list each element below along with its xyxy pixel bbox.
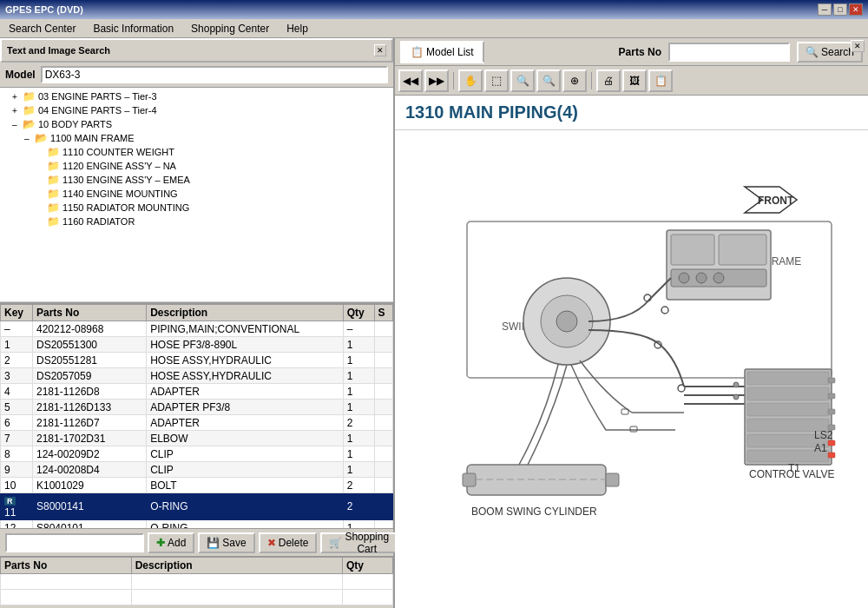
close-button[interactable]: ✕: [849, 3, 863, 16]
bolt-1: [733, 382, 739, 387]
tree-toggle-1100[interactable]: –: [24, 134, 35, 143]
cell-qty-5: 1: [343, 400, 374, 415]
cell-s-4: [374, 384, 393, 400]
cell-description-6: ADAPTER: [147, 415, 344, 431]
nav-copy-btn[interactable]: 📋: [648, 69, 673, 92]
parts-row-11[interactable]: R 11S8000141O-RING2: [1, 493, 393, 520]
cell-parts-no-11: S8000141: [32, 493, 146, 520]
nav-image-btn[interactable]: 🖼: [622, 69, 647, 92]
tree-label-10: 10 BODY PARTS: [38, 119, 112, 129]
tree-label-1160: 1160 RADIATOR: [62, 216, 135, 227]
minimize-button[interactable]: ─: [818, 3, 832, 16]
fitting-3: [713, 273, 724, 283]
cell-description-7: ELBOW: [147, 431, 344, 446]
model-input[interactable]: [41, 66, 388, 83]
menu-basic-information[interactable]: Basic Information: [88, 21, 179, 36]
tree-item-1140[interactable]: 📁 1140 ENGINE MOUNTING: [0, 187, 393, 201]
tree-toggle-03[interactable]: +: [12, 92, 23, 102]
tree-label-03: 03 ENGINE PARTS – Tier-3: [38, 91, 157, 102]
nav-zoom-rect-btn[interactable]: ⬚: [484, 69, 509, 92]
parts-table-scroll[interactable]: Key Parts No Description Qty S –420212-0…: [0, 304, 393, 528]
cell-key-10: 10: [1, 478, 33, 493]
nav-prev-btn[interactable]: ◀◀: [398, 69, 423, 92]
tree-label-1150: 1150 RADIATOR MOUNTING: [62, 202, 189, 213]
menu-shopping-center[interactable]: Shopping Center: [186, 21, 274, 36]
diagram-svg: FRONT MAIN FRAME SWING DEVICE: [415, 169, 849, 578]
right-top-bar: 📋 Model List Parts No 🔍 Search ✕: [395, 38, 868, 66]
nav-zoom-in-btn[interactable]: 🔍: [510, 69, 535, 92]
action-bar: ✚ Add 💾 Save ✖ Delete 🛒 Shopping Cart: [0, 528, 393, 556]
right-panel-close[interactable]: ✕: [851, 40, 865, 52]
tree-item-04[interactable]: + 📁 04 ENGINE PARTS – Tier-4: [0, 103, 393, 117]
boom-swing-cap-right: [606, 473, 619, 486]
parts-no-input[interactable]: [668, 43, 790, 62]
action-input[interactable]: [5, 533, 144, 552]
parts-row-1[interactable]: 1DS20551300HOSE PF3/8-890L1: [1, 337, 393, 353]
cell-s-1: [374, 337, 393, 353]
cell-key-7: 7: [1, 431, 33, 446]
parts-row-7[interactable]: 72181-1702D31ELBOW1: [1, 431, 393, 446]
delete-button[interactable]: ✖ Delete: [259, 532, 318, 553]
parts-table: Key Parts No Description Qty S –420212-0…: [0, 304, 393, 528]
parts-row-10[interactable]: 10K1001029BOLT2: [1, 478, 393, 493]
model-list-button[interactable]: 📋 Model List: [400, 41, 484, 63]
add-icon: ✚: [156, 537, 165, 549]
menu-search-center[interactable]: Search Center: [3, 21, 81, 36]
tree-area[interactable]: + 📁 03 ENGINE PARTS – Tier-3 + 📁 04 ENGI…: [0, 88, 393, 302]
port-3: [828, 409, 835, 414]
tree-item-03[interactable]: + 📁 03 ENGINE PARTS – Tier-3: [0, 89, 393, 103]
cart-label: Shopping Cart: [345, 531, 389, 555]
cell-parts-no-2: DS20551281: [32, 353, 146, 368]
tree-item-10[interactable]: – 📂 10 BODY PARTS: [0, 117, 393, 131]
model-list-label: Model List: [426, 46, 474, 58]
parts-row-12[interactable]: 12S8040101O-RING1: [1, 520, 393, 529]
parts-row-9[interactable]: 9124-00208D4CLIP1: [1, 462, 393, 478]
nav-zoom-out-btn[interactable]: 🔍: [536, 69, 561, 92]
diagram-title: 1310 MAIN PIPING(4): [395, 96, 868, 130]
parts-row-3[interactable]: 3DS2057059HOSE ASSY,HYDRAULIC1: [1, 368, 393, 384]
parts-row-5[interactable]: 52181-1126D133ADAPTER PF3/81: [1, 400, 393, 415]
folder-open-icon-10: 📂: [23, 118, 36, 130]
hose-3: [580, 360, 684, 413]
tree-item-1160[interactable]: 📁 1160 RADIATOR: [0, 215, 393, 228]
maximize-button[interactable]: □: [833, 3, 847, 16]
valve-section-3: [747, 403, 829, 416]
model-list-icon: 📋: [411, 46, 424, 58]
parts-row-4[interactable]: 42181-1126D8ADAPTER1: [1, 384, 393, 400]
cell-description-8: CLIP: [147, 446, 344, 462]
menu-help[interactable]: Help: [281, 21, 313, 36]
save-button[interactable]: 💾 Save: [198, 532, 254, 553]
parts-no-label: Parts No: [619, 46, 661, 58]
title-bar: GPES EPC (DVD) ─ □ ✕: [0, 0, 868, 19]
delete-icon: ✖: [267, 537, 276, 549]
valve-section-2: [747, 387, 829, 400]
folder-icon-1150: 📁: [47, 202, 60, 214]
add-button[interactable]: ✚ Add: [148, 532, 194, 553]
parts-row-8[interactable]: 8124-00209D2CLIP1: [1, 446, 393, 462]
shopping-cart-button[interactable]: 🛒 Shopping Cart: [320, 532, 398, 553]
nav-hand-btn[interactable]: ✋: [458, 69, 483, 92]
nav-next-btn[interactable]: ▶▶: [424, 69, 449, 92]
search-panel-close[interactable]: ✕: [374, 44, 386, 56]
parts-row-0[interactable]: –420212-08968PIPING,MAIN;CONVENTIONAL–: [1, 321, 393, 337]
cart-table: Parts No Description Qty: [0, 557, 393, 605]
folder-icon-03: 📁: [23, 90, 36, 102]
nav-print-btn[interactable]: 🖨: [596, 69, 621, 92]
cell-qty-2: 1: [343, 353, 374, 368]
cell-parts-no-10: K1001029: [32, 478, 146, 493]
valve-section-1: [747, 372, 829, 385]
fitting-2: [696, 273, 707, 283]
cell-description-2: HOSE ASSY,HYDRAULIC: [147, 353, 344, 368]
tree-item-1100[interactable]: – 📂 1100 MAIN FRAME: [0, 131, 393, 145]
tree-item-1120[interactable]: 📁 1120 ENGINE ASS'Y – NA: [0, 159, 393, 173]
nav-fit-btn[interactable]: ⊕: [562, 69, 587, 92]
parts-row-6[interactable]: 62181-1126D7ADAPTER2: [1, 415, 393, 431]
app-title: GPES EPC (DVD): [5, 4, 83, 15]
parts-row-2[interactable]: 2DS20551281HOSE ASSY,HYDRAULIC1: [1, 353, 393, 368]
tree-item-1150[interactable]: 📁 1150 RADIATOR MOUNTING: [0, 201, 393, 215]
tree-toggle-04[interactable]: +: [12, 106, 23, 116]
tree-item-1130[interactable]: 📁 1130 ENGINE ASS'Y – EMEA: [0, 173, 393, 187]
tree-item-1110[interactable]: 📁 1110 COUNTER WEIGHT: [0, 145, 393, 159]
cart-empty-row-2: [1, 590, 393, 605]
tree-toggle-10[interactable]: –: [12, 120, 23, 129]
